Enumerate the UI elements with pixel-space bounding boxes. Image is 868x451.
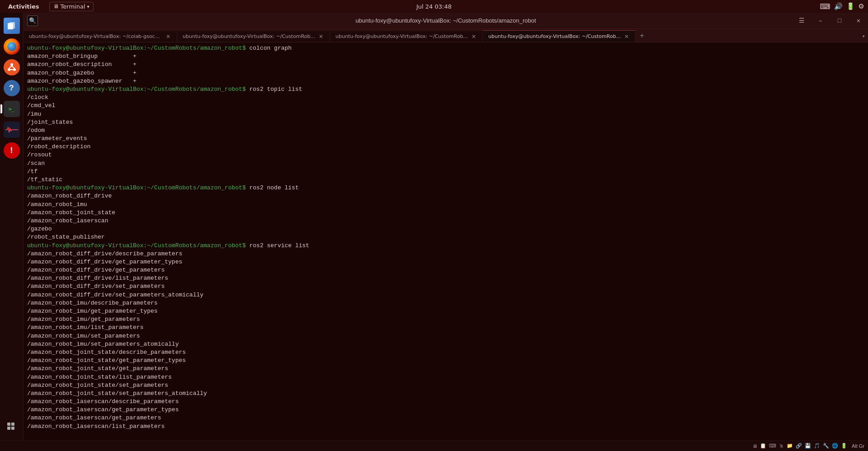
terminal-line-0: ubuntu-foxy@ubuntufoxy-VirtualBox:~/Cust… [27, 44, 864, 52]
output-20: /amazon_robot_joint_state [27, 209, 864, 217]
output-15: /tf [27, 168, 864, 176]
output-19: /amazon_robot_imu [27, 201, 864, 209]
files-icon [4, 18, 20, 34]
output-14: /scan [27, 160, 864, 168]
output-8: /imu [27, 110, 864, 118]
sidebar: ? >_ ! [0, 13, 24, 440]
system-menu-icon[interactable]: ⚙ [859, 2, 864, 10]
tab-0-close[interactable]: ✕ [165, 33, 171, 40]
search-button[interactable]: 🔍 [27, 15, 38, 26]
terminal-line-24: ubuntu-foxy@ubuntufoxy-VirtualBox:~/Cust… [27, 242, 864, 250]
close-button[interactable]: ✕ [849, 13, 868, 29]
terminal-line-17: ubuntu-foxy@ubuntufoxy-VirtualBox:~/Cust… [27, 184, 864, 192]
tab-0[interactable]: ubuntu-foxy@ubuntufoxy-VirtualBox: ~/col… [24, 30, 177, 42]
help-icon: ? [4, 80, 20, 96]
output-7: /cmd_vel [27, 102, 864, 110]
search-area: 🔍 [24, 15, 42, 26]
output-33: /amazon_robot_imu/get_parameters [27, 315, 864, 324]
cmd-17: ros2 node list [249, 184, 298, 191]
output-32: /amazon_robot_imu/get_parameter_types [27, 307, 864, 315]
activities-button[interactable]: Activities [4, 2, 44, 11]
tab-1-label: ubuntu-foxy@ubuntufoxy-VirtualBox: ~/Cus… [183, 33, 315, 39]
output-30: /amazon_robot_diff_drive/set_parameters_… [27, 291, 864, 299]
tabs-bar: ubuntu-foxy@ubuntufoxy-VirtualBox: ~/col… [24, 29, 868, 42]
output-46: /amazon_robot_laserscan/list_parameters [27, 423, 864, 431]
terminal-titlebar: 🔍 ubuntu-foxy@ubuntufoxy-VirtualBox: ~/C… [24, 13, 868, 29]
sidebar-item-ubuntu-software[interactable] [2, 58, 21, 77]
status-icon-11[interactable]: 🔋 [841, 443, 847, 449]
status-icon-8[interactable]: 🎵 [814, 443, 820, 449]
svg-point-3 [10, 63, 13, 66]
status-icon-3[interactable]: ⌨ [769, 443, 776, 449]
terminal-menu-label: Terminal [61, 3, 85, 10]
output-35: /amazon_robot_imu/set_parameters [27, 332, 864, 340]
hamburger-menu-button[interactable]: ☰ [792, 13, 811, 29]
tab-3[interactable]: ubuntu-foxy@ubuntufoxy-VirtualBox: ~/Cus… [483, 30, 636, 42]
tab-0-label: ubuntu-foxy@ubuntufoxy-VirtualBox: ~/col… [29, 33, 162, 39]
output-11: /parameter_events [27, 135, 864, 143]
ubuntu-software-icon [4, 59, 20, 75]
tab-1[interactable]: ubuntu-foxy@ubuntufoxy-VirtualBox: ~/Cus… [177, 30, 330, 42]
output-13: /rosout [27, 151, 864, 159]
output-1: amazon_robot_bringup + [27, 52, 864, 61]
sidebar-item-firefox[interactable] [2, 37, 21, 56]
sidebar-item-help[interactable]: ? [2, 79, 21, 98]
tab-3-label: ubuntu-foxy@ubuntufoxy-VirtualBox: ~/Cus… [488, 33, 621, 39]
tab-2-close[interactable]: ✕ [471, 33, 477, 40]
output-4: amazon_robot_gazebo_spawner + [27, 77, 864, 85]
sidebar-item-files[interactable] [2, 16, 21, 35]
cmd-5: ros2 topic list [249, 86, 302, 93]
status-icon-6[interactable]: 🔗 [796, 443, 802, 449]
battery-icon[interactable]: 🔋 [846, 2, 855, 10]
new-tab-button[interactable]: + [636, 30, 648, 42]
output-10: /odom [27, 127, 864, 135]
cmd-0: colcon graph [249, 45, 292, 52]
output-40: /amazon_robot_joint_state/list_parameter… [27, 373, 864, 381]
status-icon-10[interactable]: 🌐 [832, 443, 838, 449]
sidebar-item-app-grid[interactable] [2, 418, 21, 437]
terminal-icon: >_ [4, 101, 20, 117]
output-2: amazon_robot_description + [27, 61, 864, 69]
minimize-button[interactable]: – [811, 13, 830, 29]
output-28: /amazon_robot_diff_drive/list_parameters [27, 274, 864, 282]
terminal-line-5: ubuntu-foxy@ubuntufoxy-VirtualBox:~/Cust… [27, 85, 864, 94]
status-icon-4[interactable]: 🖱 [779, 443, 784, 449]
tab-3-close[interactable]: ✕ [623, 33, 630, 40]
svg-rect-9 [7, 423, 10, 426]
status-icons: 🖥 📋 ⌨ 🖱 📁 🔗 💾 🎵 🔧 🌐 🔋 Alt Gr [752, 443, 864, 449]
output-6: /clock [27, 94, 864, 102]
status-icon-1[interactable]: 🖥 [752, 443, 757, 449]
status-icon-2[interactable]: 📋 [760, 443, 766, 449]
terminal-content[interactable]: ubuntu-foxy@ubuntufoxy-VirtualBox:~/Cust… [24, 42, 868, 440]
alt-gr-label: Alt Gr [852, 443, 864, 449]
output-23: /robot_state_publisher [27, 233, 864, 241]
output-42: /amazon_robot_joint_state/set_parameters… [27, 390, 864, 398]
tabs-scroll-button[interactable]: ▾ [859, 30, 868, 42]
output-34: /amazon_robot_imu/list_parameters [27, 324, 864, 332]
terminal-menu-button[interactable]: 🖥 Terminal ▾ [49, 2, 94, 11]
output-37: /amazon_robot_joint_state/describe_param… [27, 348, 864, 357]
terminal-area: 🔍 ubuntu-foxy@ubuntufoxy-VirtualBox: ~/C… [24, 13, 868, 440]
tab-2[interactable]: ubuntu-foxy@ubuntufoxy-VirtualBox: ~/Cus… [330, 30, 483, 42]
output-45: /amazon_robot_laserscan/get_parameters [27, 414, 864, 422]
maximize-button[interactable]: □ [830, 13, 849, 29]
status-icon-5[interactable]: 📁 [787, 443, 793, 449]
sidebar-item-monitor[interactable] [2, 120, 21, 139]
output-21: /amazon_robot_laserscan [27, 217, 864, 225]
status-icon-9[interactable]: 🔧 [823, 443, 829, 449]
svg-rect-12 [11, 427, 14, 430]
keyboard-icon[interactable]: ⌨ [820, 2, 830, 11]
datetime-display: Jul 24 03:48 [416, 3, 452, 10]
menu-bar: Activities 🖥 Terminal ▾ Jul 24 03:48 ⌨ 🔊… [0, 0, 868, 13]
output-18: /amazon_robot_diff_drive [27, 192, 864, 200]
output-27: /amazon_robot_diff_drive/get_parameters [27, 266, 864, 274]
app-grid-icon [4, 419, 20, 435]
sidebar-item-terminal[interactable]: >_ [2, 99, 21, 118]
prompt-17: ubuntu-foxy@ubuntufoxy-VirtualBox:~/Cust… [27, 184, 249, 191]
prompt-5: ubuntu-foxy@ubuntufoxy-VirtualBox:~/Cust… [27, 86, 249, 93]
volume-icon[interactable]: 🔊 [834, 2, 843, 10]
window-title: ubuntu-foxy@ubuntufoxy-VirtualBox: ~/Cus… [355, 17, 536, 24]
status-icon-7[interactable]: 💾 [805, 443, 811, 449]
tab-1-close[interactable]: ✕ [318, 33, 324, 40]
sidebar-item-alert[interactable]: ! [2, 141, 21, 160]
